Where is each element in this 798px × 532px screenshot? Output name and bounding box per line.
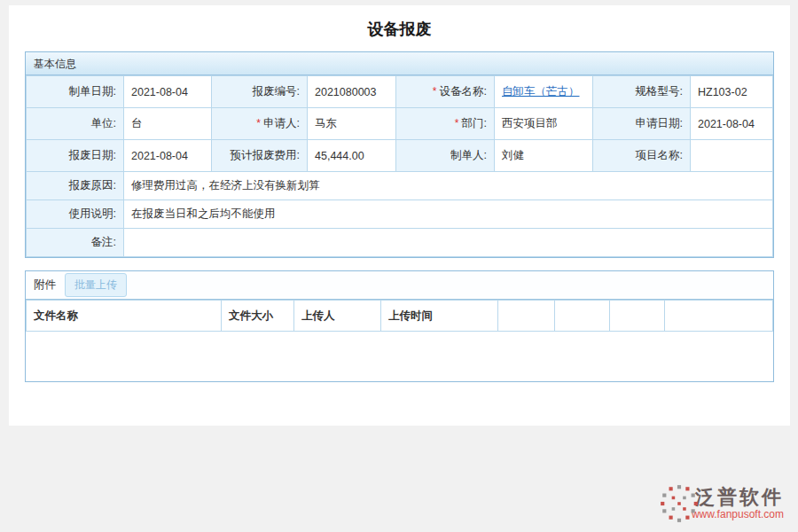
apply-date-value: 2021-08-04	[691, 108, 773, 140]
apply-date-label-text: 申请日期:	[636, 117, 683, 129]
department-label-text: 部门:	[462, 117, 487, 129]
apply-date-label: 申请日期:	[593, 108, 691, 140]
creator-label: 制单人:	[396, 140, 495, 172]
scrap-reason-label: 报废原因:	[27, 172, 124, 200]
brand-url[interactable]: www.fanpusoft.com	[692, 508, 784, 520]
scrap-date-label-text: 报废日期:	[69, 149, 116, 161]
brand-text: 泛普软件 www.fanpusoft.com	[692, 487, 784, 520]
required-marker: *	[433, 85, 437, 98]
form-row-2: 单位: 台 *申请人: 马东 *部门: 西安项目部 申请日期: 2021-08-…	[27, 108, 773, 140]
usage-note-label: 使用说明:	[27, 200, 124, 229]
scrap-reason-value: 修理费用过高，在经济上没有换新划算	[124, 172, 773, 200]
attachments-table: 文件名称 文件大小 上传人 上传时间	[26, 300, 773, 381]
col-empty-4	[665, 301, 773, 332]
form-panel: 设备报废 基本信息 制单日期: 2021-08-04 报废编号: 2021080…	[9, 5, 790, 426]
col-empty-1	[498, 301, 555, 332]
col-empty-2	[555, 301, 610, 332]
project-name-label-text: 项目名称:	[636, 149, 683, 161]
device-name-link[interactable]: 自卸车（芒古）	[502, 85, 580, 98]
scrap-number-value: 2021080003	[308, 76, 396, 108]
creator-label-text: 制单人:	[450, 149, 487, 161]
brand-name: 泛普软件	[692, 487, 784, 507]
project-name-value	[691, 140, 773, 172]
remark-label-text: 备注:	[91, 236, 116, 248]
device-name-label-text: 设备名称:	[440, 85, 487, 98]
spec-model-label-text: 规格型号:	[636, 85, 683, 98]
usage-note-value: 在报废当日和之后均不能使用	[124, 200, 773, 229]
project-name-label: 项目名称:	[593, 140, 691, 172]
attachments-empty-row	[27, 332, 773, 381]
attachments-header: 附件 批量上传	[26, 271, 773, 300]
fanpu-logo-icon	[658, 482, 700, 525]
estimated-cost-label: 预计报废费用:	[212, 140, 308, 172]
spec-model-label: 规格型号:	[593, 76, 691, 108]
form-row-usage-note: 使用说明: 在报废当日和之后均不能使用	[27, 200, 773, 229]
unit-label: 单位:	[27, 108, 124, 140]
applicant-label: *申请人:	[212, 108, 308, 140]
page-title: 设备报废	[9, 5, 790, 51]
attachments-title: 附件	[34, 278, 56, 293]
scrap-reason-label-text: 报废原因:	[69, 179, 116, 192]
scrap-number-label: 报废编号:	[212, 76, 308, 108]
batch-upload-button[interactable]: 批量上传	[65, 273, 127, 297]
applicant-label-text: 申请人:	[263, 117, 300, 129]
col-uploader: 上传人	[294, 301, 381, 332]
col-empty-3	[610, 301, 665, 332]
col-file-size: 文件大小	[222, 301, 294, 332]
attachments-header-row: 文件名称 文件大小 上传人 上传时间	[27, 301, 773, 332]
device-name-value: 自卸车（芒古）	[495, 76, 593, 108]
creator-value: 刘健	[495, 140, 593, 172]
unit-label-text: 单位:	[91, 117, 116, 129]
department-value: 西安项目部	[495, 108, 593, 140]
basic-info-header: 基本信息	[26, 52, 773, 75]
basic-info-section: 基本信息 制单日期: 2021-08-04 报废编号: 2021080003 *…	[25, 51, 774, 258]
make-date-label: 制单日期:	[27, 76, 124, 108]
basic-info-table: 制单日期: 2021-08-04 报废编号: 2021080003 *设备名称:…	[26, 75, 773, 257]
estimated-cost-value: 45,444.00	[308, 140, 396, 172]
col-file-name: 文件名称	[27, 301, 222, 332]
form-row-remark: 备注:	[27, 229, 773, 257]
brand-footer: 泛普软件 www.fanpusoft.com	[658, 482, 784, 525]
remark-value	[124, 229, 773, 257]
device-name-label: *设备名称:	[396, 76, 495, 108]
form-row-3: 报废日期: 2021-08-04 预计报废费用: 45,444.00 制单人: …	[27, 140, 773, 172]
unit-value: 台	[124, 108, 212, 140]
department-label: *部门:	[396, 108, 495, 140]
required-marker: *	[256, 117, 261, 129]
col-upload-time: 上传时间	[381, 301, 498, 332]
spec-model-value: HZ103-02	[691, 76, 773, 108]
attachments-empty-area	[27, 332, 773, 381]
scrap-date-value: 2021-08-04	[124, 140, 212, 172]
make-date-value: 2021-08-04	[124, 76, 212, 108]
form-row-scrap-reason: 报废原因: 修理费用过高，在经济上没有换新划算	[27, 172, 773, 200]
scrap-number-label-text: 报废编号:	[253, 85, 300, 98]
form-row-1: 制单日期: 2021-08-04 报废编号: 2021080003 *设备名称:…	[27, 76, 773, 108]
estimated-cost-label-text: 预计报废费用:	[231, 149, 300, 161]
required-marker: *	[455, 117, 459, 129]
applicant-value: 马东	[308, 108, 396, 140]
remark-label: 备注:	[27, 229, 124, 257]
attachments-section: 附件 批量上传 文件名称 文件大小 上传人 上传时间	[25, 270, 774, 382]
make-date-label-text: 制单日期:	[69, 85, 116, 98]
usage-note-label-text: 使用说明:	[69, 207, 116, 220]
scrap-date-label: 报废日期:	[27, 140, 124, 172]
